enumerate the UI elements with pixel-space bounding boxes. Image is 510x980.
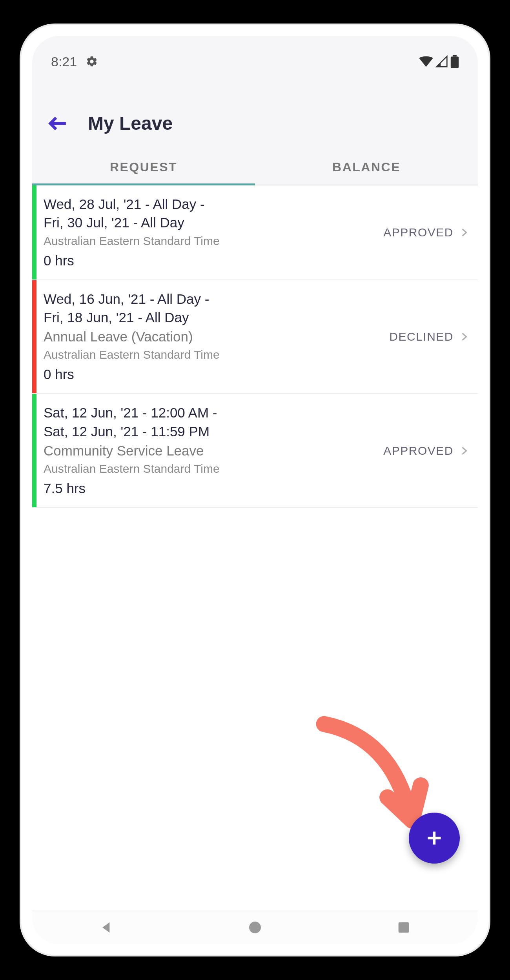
gear-icon [86, 55, 98, 68]
status-badge: APPROVED [383, 444, 454, 457]
timezone: Australian Eastern Standard Time [44, 347, 381, 363]
leave-request-item[interactable]: Wed, 28 Jul, '21 - All Day -Fri, 30 Jul,… [32, 185, 478, 280]
status-badge: APPROVED [383, 226, 454, 239]
tabs: REQUEST BALANCE [32, 150, 478, 185]
add-leave-button[interactable] [409, 813, 460, 864]
status-color-bar [32, 280, 36, 394]
status-color-bar [32, 394, 36, 507]
status-color-bar [32, 185, 36, 279]
hours: 0 hrs [44, 251, 375, 270]
plus-icon [426, 829, 443, 847]
leave-request-item[interactable]: Wed, 16 Jun, '21 - All Day -Fri, 18 Jun,… [32, 280, 478, 394]
nav-back-icon[interactable] [98, 920, 114, 935]
wifi-icon [419, 56, 433, 67]
leave-request-item[interactable]: Sat, 12 Jun, '21 - 12:00 AM -Sat, 12 Jun… [32, 394, 478, 508]
hours: 7.5 hrs [44, 479, 375, 498]
chevron-right-icon [459, 227, 469, 238]
item-right: APPROVED [383, 185, 478, 279]
status-bar-right [419, 55, 459, 68]
arrow-left-icon [48, 114, 67, 133]
status-bar: 8:21 [32, 36, 478, 73]
status-bar-left: 8:21 [51, 54, 98, 69]
svg-rect-0 [453, 55, 457, 56]
svg-point-5 [249, 922, 261, 933]
tab-request[interactable]: REQUEST [32, 150, 255, 185]
annotation-arrow [297, 711, 431, 844]
cell-signal-icon [435, 55, 448, 68]
back-button[interactable] [48, 114, 67, 133]
svg-rect-1 [451, 56, 459, 68]
date-range: Sat, 12 Jun, '21 - 12:00 AM -Sat, 12 Jun… [44, 403, 375, 441]
timezone: Australian Eastern Standard Time [44, 233, 375, 249]
item-content: Wed, 16 Jun, '21 - All Day -Fri, 18 Jun,… [36, 280, 389, 394]
timezone: Australian Eastern Standard Time [44, 461, 375, 477]
battery-icon [450, 55, 459, 68]
date-range: Wed, 16 Jun, '21 - All Day -Fri, 18 Jun,… [44, 290, 381, 327]
tab-balance[interactable]: BALANCE [255, 150, 478, 185]
svg-rect-6 [398, 922, 409, 933]
item-right: DECLINED [389, 280, 478, 394]
status-badge: DECLINED [389, 330, 454, 343]
chevron-right-icon [459, 332, 469, 342]
item-content: Wed, 28 Jul, '21 - All Day -Fri, 30 Jul,… [36, 185, 383, 279]
hours: 0 hrs [44, 365, 381, 384]
android-nav-bar [32, 911, 478, 944]
leave-type: Annual Leave (Vacation) [44, 327, 381, 346]
phone-frame: 8:21 My Leave REQUEST BALANCE Wed, 28 [20, 24, 490, 956]
nav-recent-icon[interactable] [396, 920, 412, 935]
date-range: Wed, 28 Jul, '21 - All Day -Fri, 30 Jul,… [44, 195, 375, 232]
phone-screen: 8:21 My Leave REQUEST BALANCE Wed, 28 [32, 36, 478, 944]
request-list: Wed, 28 Jul, '21 - All Day -Fri, 30 Jul,… [32, 185, 478, 911]
item-content: Sat, 12 Jun, '21 - 12:00 AM -Sat, 12 Jun… [36, 394, 383, 507]
leave-type: Community Service Leave [44, 441, 375, 460]
app-header: My Leave [32, 73, 478, 150]
status-time: 8:21 [51, 54, 77, 69]
item-right: APPROVED [383, 394, 478, 507]
nav-home-icon[interactable] [247, 920, 263, 935]
page-title: My Leave [88, 113, 173, 134]
chevron-right-icon [459, 446, 469, 456]
